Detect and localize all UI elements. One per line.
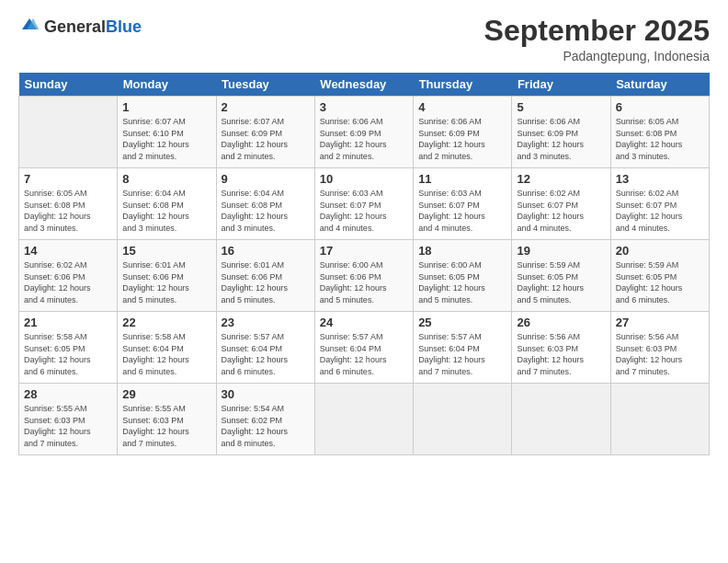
calendar-cell: 27Sunrise: 5:56 AM Sunset: 6:03 PM Dayli…: [610, 312, 709, 384]
calendar-cell: 21Sunrise: 5:58 AM Sunset: 6:05 PM Dayli…: [19, 312, 118, 384]
day-number: 17: [320, 244, 408, 258]
day-info: Sunrise: 5:57 AM Sunset: 6:04 PM Dayligh…: [320, 331, 408, 377]
header: GeneralBlue September 2025 Padangtepung,…: [18, 15, 710, 63]
main-container: GeneralBlue September 2025 Padangtepung,…: [0, 0, 728, 465]
calendar-cell: 22Sunrise: 5:58 AM Sunset: 6:04 PM Dayli…: [118, 312, 216, 384]
day-info: Sunrise: 6:05 AM Sunset: 6:08 PM Dayligh…: [24, 188, 112, 234]
calendar-cell: 24Sunrise: 5:57 AM Sunset: 6:04 PM Dayli…: [314, 312, 413, 384]
day-info: Sunrise: 6:01 AM Sunset: 6:06 PM Dayligh…: [222, 259, 310, 305]
day-number: 13: [616, 172, 704, 186]
logo: GeneralBlue: [18, 15, 142, 40]
day-info: Sunrise: 6:02 AM Sunset: 6:06 PM Dayligh…: [24, 259, 112, 305]
day-info: Sunrise: 6:06 AM Sunset: 6:09 PM Dayligh…: [418, 116, 506, 162]
calendar-cell: 3Sunrise: 6:06 AM Sunset: 6:09 PM Daylig…: [314, 97, 413, 168]
day-number: 28: [24, 387, 112, 401]
day-info: Sunrise: 6:07 AM Sunset: 6:09 PM Dayligh…: [222, 116, 310, 162]
calendar-cell: 28Sunrise: 5:55 AM Sunset: 6:03 PM Dayli…: [19, 384, 118, 455]
day-info: Sunrise: 6:07 AM Sunset: 6:10 PM Dayligh…: [122, 116, 210, 162]
title-section: September 2025 Padangtepung, Indonesia: [484, 15, 710, 63]
day-number: 11: [418, 172, 506, 186]
calendar-week-4: 21Sunrise: 5:58 AM Sunset: 6:05 PM Dayli…: [19, 312, 710, 384]
day-number: 25: [418, 316, 506, 329]
day-info: Sunrise: 5:55 AM Sunset: 6:03 PM Dayligh…: [24, 403, 112, 449]
day-number: 19: [517, 244, 605, 258]
day-number: 26: [517, 316, 605, 329]
col-saturday: Saturday: [610, 73, 709, 97]
day-number: 21: [24, 316, 112, 329]
day-number: 6: [616, 100, 704, 114]
day-info: Sunrise: 5:57 AM Sunset: 6:04 PM Dayligh…: [222, 331, 310, 377]
calendar-cell: 4Sunrise: 6:06 AM Sunset: 6:09 PM Daylig…: [414, 97, 512, 168]
calendar-cell: 29Sunrise: 5:55 AM Sunset: 6:03 PM Dayli…: [118, 384, 216, 455]
day-number: 14: [24, 244, 112, 258]
calendar-cell: 12Sunrise: 6:02 AM Sunset: 6:07 PM Dayli…: [512, 168, 610, 240]
day-number: 7: [24, 172, 112, 186]
calendar-cell: 13Sunrise: 6:02 AM Sunset: 6:07 PM Dayli…: [610, 168, 709, 240]
day-number: 15: [122, 244, 210, 258]
day-info: Sunrise: 6:02 AM Sunset: 6:07 PM Dayligh…: [616, 188, 704, 234]
col-tuesday: Tuesday: [216, 73, 314, 97]
day-number: 22: [122, 316, 210, 329]
day-number: 2: [222, 100, 310, 114]
calendar-week-2: 7Sunrise: 6:05 AM Sunset: 6:08 PM Daylig…: [19, 168, 710, 240]
calendar-cell: 19Sunrise: 5:59 AM Sunset: 6:05 PM Dayli…: [512, 240, 610, 312]
location-title: Padangtepung, Indonesia: [484, 49, 710, 63]
day-number: 18: [418, 244, 506, 258]
day-number: 4: [418, 100, 506, 114]
col-monday: Monday: [118, 73, 216, 97]
day-info: Sunrise: 5:57 AM Sunset: 6:04 PM Dayligh…: [418, 331, 506, 377]
calendar-cell: 30Sunrise: 5:54 AM Sunset: 6:02 PM Dayli…: [216, 384, 314, 455]
day-info: Sunrise: 5:58 AM Sunset: 6:04 PM Dayligh…: [122, 331, 210, 377]
day-info: Sunrise: 6:00 AM Sunset: 6:06 PM Dayligh…: [320, 259, 408, 305]
calendar-cell: 15Sunrise: 6:01 AM Sunset: 6:06 PM Dayli…: [118, 240, 216, 312]
day-number: 12: [517, 172, 605, 186]
calendar-cell: 7Sunrise: 6:05 AM Sunset: 6:08 PM Daylig…: [19, 168, 118, 240]
day-info: Sunrise: 5:56 AM Sunset: 6:03 PM Dayligh…: [616, 331, 704, 377]
calendar-cell: [512, 384, 610, 455]
day-info: Sunrise: 5:59 AM Sunset: 6:05 PM Dayligh…: [616, 259, 704, 305]
day-number: 20: [616, 244, 704, 258]
day-number: 30: [222, 387, 310, 401]
day-info: Sunrise: 5:55 AM Sunset: 6:03 PM Dayligh…: [122, 403, 210, 449]
day-number: 3: [320, 100, 408, 114]
col-thursday: Thursday: [414, 73, 512, 97]
calendar-cell: [314, 384, 413, 455]
day-info: Sunrise: 6:03 AM Sunset: 6:07 PM Dayligh…: [418, 188, 506, 234]
day-number: 27: [616, 316, 704, 329]
day-number: 29: [122, 387, 210, 401]
day-number: 24: [320, 316, 408, 329]
calendar-week-3: 14Sunrise: 6:02 AM Sunset: 6:06 PM Dayli…: [19, 240, 710, 312]
day-number: 8: [122, 172, 210, 186]
calendar-cell: 18Sunrise: 6:00 AM Sunset: 6:05 PM Dayli…: [414, 240, 512, 312]
day-info: Sunrise: 6:05 AM Sunset: 6:08 PM Dayligh…: [616, 116, 704, 162]
col-sunday: Sunday: [19, 73, 118, 97]
calendar-cell: 8Sunrise: 6:04 AM Sunset: 6:08 PM Daylig…: [118, 168, 216, 240]
calendar-cell: 17Sunrise: 6:00 AM Sunset: 6:06 PM Dayli…: [314, 240, 413, 312]
day-info: Sunrise: 6:04 AM Sunset: 6:08 PM Dayligh…: [122, 188, 210, 234]
day-number: 23: [222, 316, 310, 329]
day-number: 9: [222, 172, 310, 186]
logo-icon: [18, 15, 40, 37]
day-number: 10: [320, 172, 408, 186]
calendar-cell: 11Sunrise: 6:03 AM Sunset: 6:07 PM Dayli…: [414, 168, 512, 240]
calendar-cell: 5Sunrise: 6:06 AM Sunset: 6:09 PM Daylig…: [512, 97, 610, 168]
day-info: Sunrise: 5:59 AM Sunset: 6:05 PM Dayligh…: [517, 259, 605, 305]
calendar-cell: [19, 97, 118, 168]
calendar-cell: 16Sunrise: 6:01 AM Sunset: 6:06 PM Dayli…: [216, 240, 314, 312]
calendar-cell: [610, 384, 709, 455]
day-info: Sunrise: 6:03 AM Sunset: 6:07 PM Dayligh…: [320, 188, 408, 234]
header-row: Sunday Monday Tuesday Wednesday Thursday…: [19, 73, 710, 97]
day-info: Sunrise: 6:04 AM Sunset: 6:08 PM Dayligh…: [222, 188, 310, 234]
day-number: 16: [222, 244, 310, 258]
calendar-cell: 20Sunrise: 5:59 AM Sunset: 6:05 PM Dayli…: [610, 240, 709, 312]
day-number: 5: [517, 100, 605, 114]
calendar-cell: 6Sunrise: 6:05 AM Sunset: 6:08 PM Daylig…: [610, 97, 709, 168]
calendar-cell: 9Sunrise: 6:04 AM Sunset: 6:08 PM Daylig…: [216, 168, 314, 240]
calendar-week-1: 1Sunrise: 6:07 AM Sunset: 6:10 PM Daylig…: [19, 97, 710, 168]
calendar-cell: 25Sunrise: 5:57 AM Sunset: 6:04 PM Dayli…: [414, 312, 512, 384]
day-info: Sunrise: 6:02 AM Sunset: 6:07 PM Dayligh…: [517, 188, 605, 234]
day-number: 1: [122, 100, 210, 114]
calendar-cell: 1Sunrise: 6:07 AM Sunset: 6:10 PM Daylig…: [118, 97, 216, 168]
month-title: September 2025: [484, 15, 710, 47]
day-info: Sunrise: 6:06 AM Sunset: 6:09 PM Dayligh…: [517, 116, 605, 162]
